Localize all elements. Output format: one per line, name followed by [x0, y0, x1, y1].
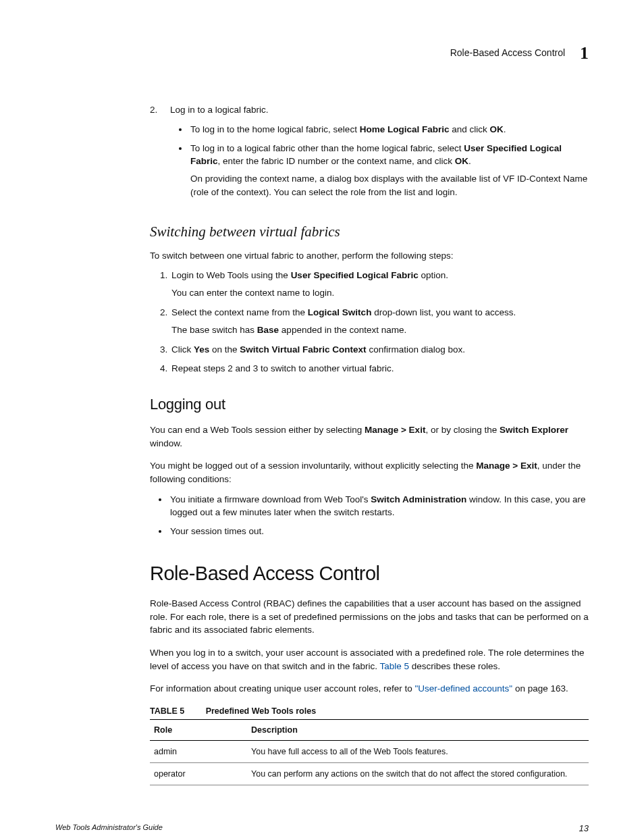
footer-left: Web Tools Administrator's Guide 53-10027… [55, 823, 163, 834]
table-row: operator You can perform any actions on … [150, 763, 589, 785]
switch-step-4: Repeat steps 2 and 3 to switch to anothe… [170, 362, 589, 375]
step-lead: Log in to a logical fabric. [170, 103, 589, 117]
step-2: 2. Log in to a logical fabric. To log in… [150, 103, 589, 205]
link-table5[interactable]: Table 5 [379, 661, 409, 671]
table-label: TABLE 5 [150, 706, 184, 716]
page-footer: Web Tools Administrator's Guide 53-10027… [55, 823, 589, 834]
bullet-user-specified: To log in to a logical fabric other than… [189, 142, 589, 199]
rbac-p3: For information about creating unique us… [150, 682, 589, 696]
switch-step-2: Select the context name from the Logical… [170, 306, 589, 336]
switching-steps: Login to Web Tools using the User Specif… [150, 269, 589, 375]
bullet-home-fabric: To log in to the home logical fabric, se… [189, 123, 589, 136]
th-desc: Description [247, 720, 589, 741]
logging-conditions: You initiate a firmware download from We… [150, 493, 589, 538]
switch-step-3: Click Yes on the Switch Virtual Fabric C… [170, 343, 589, 357]
link-user-defined-accounts[interactable]: "User-defined accounts" [414, 683, 512, 694]
heading-rbac: Role-Based Access Control [150, 559, 589, 588]
rbac-p1: Role-Based Access Control (RBAC) defines… [150, 597, 589, 637]
body-content: 2. Log in to a logical fabric. To log in… [150, 103, 589, 786]
table-caption: Predefined Web Tools roles [206, 706, 316, 716]
logging-p1: You can end a Web Tools session either b… [150, 423, 589, 450]
roles-table: Role Description admin You have full acc… [150, 720, 589, 785]
table-caption-row: TABLE 5 Predefined Web Tools roles [150, 705, 589, 720]
footer-title: Web Tools Administrator's Guide [55, 823, 163, 833]
context-note: On providing the context name, a dialog … [190, 172, 589, 199]
cell-role: operator [150, 763, 247, 785]
logging-b1: You initiate a firmware download from We… [169, 493, 589, 519]
heading-switching: Switching between virtual fabrics [150, 221, 589, 242]
switch-step-1-note: You can enter the context name to login. [171, 286, 589, 300]
page-number: 13 [579, 823, 589, 834]
th-role: Role [150, 720, 247, 741]
running-header: Role-Based Access Control 1 [55, 41, 589, 66]
switching-intro: To switch between one virtual fabric to … [150, 249, 589, 263]
logging-p2: You might be logged out of a session inv… [150, 459, 589, 486]
logging-b2: Your session times out. [169, 525, 589, 538]
step-marker: 2. [150, 103, 170, 205]
cell-desc: You have full access to all of the Web T… [247, 740, 589, 762]
switch-step-2-note: The base switch has Base appended in the… [171, 323, 589, 337]
heading-logging-out: Logging out [150, 394, 589, 415]
cell-role: admin [150, 740, 247, 762]
table-row: admin You have full access to all of the… [150, 740, 589, 762]
chapter-number: 1 [580, 41, 589, 66]
cell-desc: You can perform any actions on the switc… [247, 763, 589, 785]
rbac-p2: When you log in to a switch, your user a… [150, 646, 589, 673]
switch-step-1: Login to Web Tools using the User Specif… [170, 269, 589, 299]
runhead-title: Role-Based Access Control [450, 47, 565, 58]
